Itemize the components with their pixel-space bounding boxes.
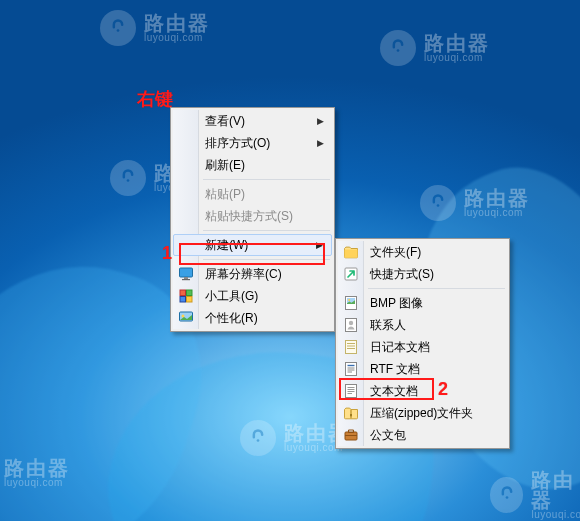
shortcut-icon: [343, 266, 359, 282]
rtf-icon: [343, 361, 359, 377]
menu-item-label: 文件夹(F): [370, 244, 421, 261]
svg-point-6: [505, 496, 508, 499]
svg-rect-9: [182, 279, 190, 280]
watermark-domain: luyouqi.com: [144, 33, 210, 43]
menu-item[interactable]: 快捷方式(S): [338, 263, 507, 285]
svg-rect-13: [187, 297, 193, 303]
svg-point-1: [397, 49, 400, 52]
menu-item[interactable]: 文本文档: [338, 380, 507, 402]
menu-item-label: 快捷方式(S): [370, 266, 434, 283]
menu-item[interactable]: 文件夹(F): [338, 241, 507, 263]
menu-item[interactable]: RTF 文档: [338, 358, 507, 380]
menu-item[interactable]: BMP 图像: [338, 292, 507, 314]
menu-item[interactable]: 个性化(R): [173, 307, 332, 329]
svg-rect-39: [349, 430, 354, 433]
menu-item[interactable]: 新建(W)▶: [173, 234, 332, 256]
menu-item[interactable]: 屏幕分辨率(C): [173, 263, 332, 285]
watermark-domain: luyouqi.com: [531, 510, 580, 520]
watermark: 路由器luyouqi.com: [380, 30, 490, 66]
menu-separator: [203, 230, 330, 231]
context-submenu-new[interactable]: 文件夹(F)快捷方式(S)BMP 图像联系人日记本文档RTF 文档文本文档压缩(…: [335, 238, 510, 449]
menu-item-label: 联系人: [370, 317, 406, 334]
monitor-icon: [178, 266, 194, 282]
gadget-icon: [178, 288, 194, 304]
menu-item-label: BMP 图像: [370, 295, 423, 312]
zip-icon: [343, 405, 359, 421]
menu-item-label: 新建(W): [205, 237, 248, 254]
svg-rect-7: [180, 268, 193, 277]
svg-point-2: [127, 179, 130, 182]
menu-item-label: 排序方式(O): [205, 135, 270, 152]
menu-item-label: 个性化(R): [205, 310, 258, 327]
svg-rect-37: [350, 414, 352, 416]
contact-icon: [343, 317, 359, 333]
menu-item-label: 屏幕分辨率(C): [205, 266, 282, 283]
menu-item-label: 粘贴快捷方式(S): [205, 208, 293, 225]
menu-item[interactable]: 压缩(zipped)文件夹: [338, 402, 507, 424]
submenu-arrow-icon: ▶: [317, 138, 324, 148]
bmp-icon: [343, 295, 359, 311]
watermark-brand: 路由器: [144, 13, 210, 33]
journal-icon: [343, 339, 359, 355]
watermark-domain: luyouqi.com: [424, 53, 490, 63]
menu-item-label: 小工具(G): [205, 288, 258, 305]
submenu-arrow-icon: ▶: [316, 240, 323, 250]
menu-item-label: 压缩(zipped)文件夹: [370, 405, 473, 422]
menu-item[interactable]: 刷新(E): [173, 154, 332, 176]
svg-point-19: [348, 299, 350, 301]
menu-item: 粘贴快捷方式(S): [173, 205, 332, 227]
menu-item[interactable]: 公文包: [338, 424, 507, 446]
svg-rect-8: [184, 277, 188, 279]
svg-point-21: [349, 321, 353, 325]
menu-item-label: 日记本文档: [370, 339, 430, 356]
context-menu[interactable]: 查看(V)▶排序方式(O)▶刷新(E)粘贴(P)粘贴快捷方式(S)新建(W)▶屏…: [170, 107, 335, 332]
svg-rect-22: [346, 341, 357, 354]
menu-item: 粘贴(P): [173, 183, 332, 205]
watermark: 路由器luyouqi.com: [100, 10, 210, 46]
svg-rect-12: [180, 297, 186, 303]
personalize-icon: [178, 310, 194, 326]
menu-item[interactable]: 小工具(G): [173, 285, 332, 307]
svg-point-0: [117, 29, 120, 32]
menu-item[interactable]: 排序方式(O)▶: [173, 132, 332, 154]
menu-item-label: 文本文档: [370, 383, 418, 400]
svg-rect-26: [346, 363, 357, 376]
submenu-arrow-icon: ▶: [317, 116, 324, 126]
menu-item[interactable]: 查看(V)▶: [173, 110, 332, 132]
svg-rect-10: [180, 290, 186, 296]
menu-item-label: 粘贴(P): [205, 186, 245, 203]
menu-separator: [203, 259, 330, 260]
menu-item[interactable]: 联系人: [338, 314, 507, 336]
svg-rect-40: [345, 435, 357, 436]
svg-rect-11: [187, 290, 193, 296]
folder-icon: [343, 244, 359, 260]
menu-item[interactable]: 日记本文档: [338, 336, 507, 358]
menu-item-label: RTF 文档: [370, 361, 420, 378]
menu-separator: [368, 288, 505, 289]
annotation-right-click: 右键: [137, 87, 173, 111]
briefcase-icon: [343, 427, 359, 443]
menu-item-label: 查看(V): [205, 113, 245, 130]
menu-item-label: 刷新(E): [205, 157, 245, 174]
menu-item-label: 公文包: [370, 427, 406, 444]
txt-icon: [343, 383, 359, 399]
svg-point-3: [437, 204, 440, 207]
watermark-brand: 路由器: [424, 33, 490, 53]
menu-separator: [203, 179, 330, 180]
